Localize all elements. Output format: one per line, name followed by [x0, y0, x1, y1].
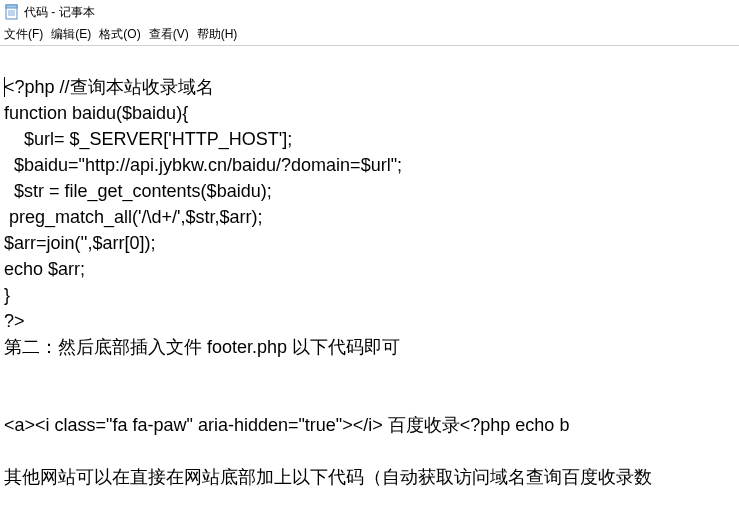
menu-file[interactable]: 文件(F): [4, 26, 43, 43]
editor-line: $baidu="http://api.jybkw.cn/baidu/?domai…: [4, 155, 402, 175]
editor-line: [4, 389, 9, 409]
text-editor[interactable]: <?php //查询本站收录域名 function baidu($baidu){…: [0, 46, 739, 492]
editor-line: <?php //查询本站收录域名: [4, 77, 214, 97]
editor-line: [4, 363, 9, 383]
svg-rect-1: [6, 5, 17, 8]
menu-help[interactable]: 帮助(H): [197, 26, 238, 43]
menu-view[interactable]: 查看(V): [149, 26, 189, 43]
window-title: 代码 - 记事本: [24, 4, 95, 21]
editor-line: <a><i class="fa fa-paw" aria-hidden="tru…: [4, 415, 569, 435]
editor-line: $url= $_SERVER['HTTP_HOST'];: [4, 129, 292, 149]
editor-line: 第二：然后底部插入文件 footer.php 以下代码即可: [4, 337, 400, 357]
editor-line: }: [4, 285, 10, 305]
editor-line: ?>: [4, 311, 25, 331]
editor-line: [4, 441, 9, 461]
editor-line: 其他网站可以在直接在网站底部加上以下代码（自动获取访问域名查询百度收录数: [4, 467, 652, 487]
menu-format[interactable]: 格式(O): [99, 26, 140, 43]
editor-line: $str = file_get_contents($baidu);: [4, 181, 272, 201]
editor-line: $arr=join('',$arr[0]);: [4, 233, 155, 253]
editor-line: function baidu($baidu){: [4, 103, 188, 123]
editor-line: preg_match_all('/\d+/',$str,$arr);: [4, 207, 263, 227]
notepad-icon: [4, 4, 20, 20]
menu-edit[interactable]: 编辑(E): [51, 26, 91, 43]
editor-line: echo $arr;: [4, 259, 85, 279]
title-bar: 代码 - 记事本: [0, 0, 739, 24]
menu-bar: 文件(F) 编辑(E) 格式(O) 查看(V) 帮助(H): [0, 24, 739, 46]
